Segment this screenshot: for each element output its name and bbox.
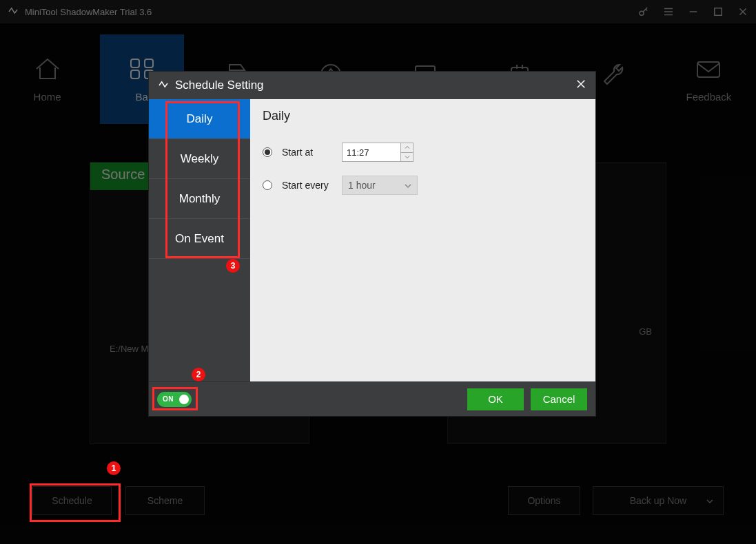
options-button[interactable]: Options bbox=[508, 486, 580, 515]
key-icon[interactable] bbox=[637, 6, 650, 18]
sidebar-item-weekly[interactable]: Weekly bbox=[149, 139, 250, 179]
schedule-setting-dialog: Schedule Setting Daily Weekly Monthly On… bbox=[149, 72, 595, 416]
start-at-radio[interactable] bbox=[263, 147, 272, 157]
start-every-label: Start every bbox=[282, 180, 332, 191]
schedule-toggle[interactable]: ON bbox=[157, 392, 192, 407]
annotation-badge-1: 1 bbox=[107, 461, 121, 475]
backup-now-button[interactable]: Back up Now bbox=[593, 486, 724, 515]
minimize-icon[interactable] bbox=[687, 6, 699, 18]
chevron-down-icon bbox=[405, 180, 411, 191]
dest-size: GB bbox=[639, 326, 652, 337]
start-at-label: Start at bbox=[282, 147, 332, 158]
dialog-close-button[interactable] bbox=[575, 78, 587, 94]
sidebar-item-monthly[interactable]: Monthly bbox=[149, 179, 250, 219]
time-spin-down[interactable] bbox=[401, 152, 413, 162]
maximize-icon[interactable] bbox=[712, 6, 724, 18]
nav-home[interactable]: Home bbox=[6, 34, 90, 124]
app-title: MiniTool ShadowMaker Trial 3.6 bbox=[25, 7, 152, 17]
title-bar: MiniTool ShadowMaker Trial 3.6 bbox=[0, 0, 756, 23]
close-icon[interactable] bbox=[737, 6, 749, 18]
schedule-button[interactable]: Schedule bbox=[32, 486, 112, 515]
dialog-footer: ON OK Cancel bbox=[149, 381, 595, 416]
app-logo-icon bbox=[157, 79, 170, 92]
start-every-select[interactable]: 1 hour bbox=[342, 176, 418, 195]
svg-rect-2 bbox=[131, 59, 139, 67]
annotation-badge-3: 3 bbox=[226, 259, 240, 273]
content-heading: Daily bbox=[263, 109, 583, 123]
envelope-icon bbox=[695, 56, 722, 81]
schedule-sidebar: Daily Weekly Monthly On Event bbox=[149, 99, 250, 381]
svg-rect-9 bbox=[697, 62, 719, 77]
svg-point-0 bbox=[640, 11, 644, 15]
sidebar-item-daily[interactable]: Daily bbox=[149, 99, 250, 139]
close-icon bbox=[575, 78, 587, 90]
dialog-title-bar: Schedule Setting bbox=[149, 72, 595, 99]
svg-rect-4 bbox=[131, 70, 139, 79]
start-every-radio[interactable] bbox=[263, 180, 272, 190]
home-icon bbox=[34, 56, 61, 81]
time-spin-up[interactable] bbox=[401, 143, 413, 152]
dialog-title: Schedule Setting bbox=[175, 79, 264, 92]
menu-icon[interactable] bbox=[662, 6, 675, 18]
sidebar-item-on-event[interactable]: On Event bbox=[149, 219, 250, 259]
cancel-button[interactable]: Cancel bbox=[531, 388, 587, 410]
source-path: E:/New M bbox=[110, 344, 148, 354]
svg-rect-3 bbox=[145, 59, 153, 67]
nav-feedback[interactable]: Feedback bbox=[666, 34, 750, 124]
annotation-badge-2: 2 bbox=[192, 368, 205, 381]
source-header: Source bbox=[90, 163, 156, 190]
app-logo-icon bbox=[7, 6, 19, 18]
chevron-down-icon bbox=[706, 495, 713, 506]
ok-button[interactable]: OK bbox=[467, 388, 524, 410]
svg-rect-1 bbox=[715, 8, 722, 16]
scheme-button[interactable]: Scheme bbox=[125, 486, 205, 515]
schedule-content: Daily Start at Start every bbox=[250, 99, 595, 381]
toggle-knob bbox=[179, 395, 189, 404]
bottom-bar: Schedule Scheme Options Back up Now bbox=[32, 485, 724, 516]
start-at-time-input[interactable] bbox=[342, 143, 401, 162]
